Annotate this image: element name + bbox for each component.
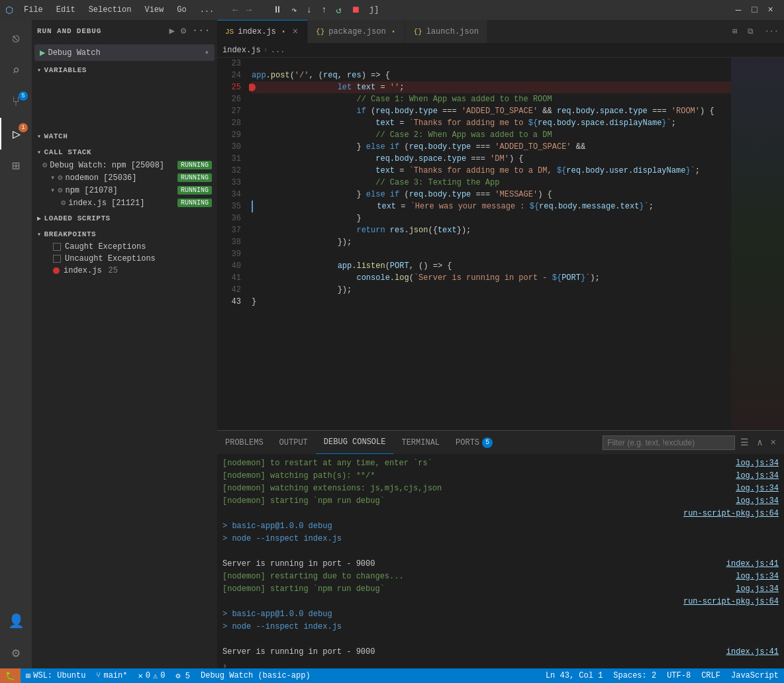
console-link-5[interactable]: run-script-pkg.js:64 xyxy=(683,508,779,520)
maximize-btn[interactable]: □ xyxy=(746,3,762,17)
breakpoints-title[interactable]: ▾ BREAKPOINTS xyxy=(32,228,217,241)
loaded-scripts-title[interactable]: ▶ LOADED SCRIPTS xyxy=(32,212,217,225)
error-count: 0 xyxy=(146,671,150,680)
breadcrumb-file[interactable]: index.js xyxy=(222,46,261,55)
callstack-npm[interactable]: ▾ ⚙ npm [21078] RUNNING xyxy=(32,184,217,197)
content-area: JS index.js · × {} package.json · {} lau… xyxy=(217,20,784,668)
panel-tab-ports[interactable]: PORTS 5 xyxy=(448,431,501,454)
editor-layout-btn[interactable]: ⊞ xyxy=(727,20,742,43)
gear-icon2: ⚙ xyxy=(42,160,47,170)
watch-section-title[interactable]: ▾ WATCH xyxy=(32,130,217,143)
warning-icon: ⚠ xyxy=(153,671,158,681)
nav-forward[interactable]: → xyxy=(244,3,254,17)
console-link-9[interactable]: index.js:41 xyxy=(726,558,779,570)
more-actions-btn[interactable]: ··· xyxy=(759,20,784,43)
status-errors[interactable]: ✕ 0 ⚠ 0 xyxy=(132,668,170,683)
debug-toolbar: ⏸ ↷ ↓ ↑ ↺ ⏹ j] xyxy=(265,3,384,17)
minimize-btn[interactable]: — xyxy=(730,3,746,17)
console-prompt[interactable]: › xyxy=(222,660,779,668)
menu-view[interactable]: View xyxy=(139,4,169,16)
step-into-icon[interactable]: ↓ xyxy=(304,3,315,17)
tab-close-btn[interactable]: × xyxy=(291,26,299,37)
panel-tab-problems[interactable]: PROBLEMS xyxy=(217,431,271,454)
console-link-16[interactable]: index.js:41 xyxy=(726,646,779,658)
callstack-nodemon[interactable]: ▾ ⚙ nodemon [25036] RUNNING xyxy=(32,171,217,184)
debug-selector[interactable]: ▶ Debug Watch ▾ xyxy=(34,44,215,61)
tab-launch[interactable]: {} launch.json xyxy=(405,20,487,43)
activity-explorer[interactable]: ⎋ xyxy=(0,23,32,54)
settings-icon[interactable]: ⚙ xyxy=(179,24,188,38)
status-debug-name[interactable]: Debug Watch (basic-app) xyxy=(195,668,316,683)
tab-indexjs[interactable]: JS index.js · × xyxy=(217,20,308,43)
menu-more[interactable]: ... xyxy=(195,4,220,16)
status-wsl[interactable]: ⊞ WSL: Ubuntu xyxy=(21,668,91,683)
panel-close-icon[interactable]: × xyxy=(768,436,779,449)
callstack-section-title[interactable]: ▾ CALL STACK xyxy=(32,146,217,159)
callstack-npm-name: ▾ ⚙ npm [21078] xyxy=(50,185,118,195)
breakpoint-uncaught[interactable]: Uncaught Exceptions xyxy=(32,253,217,265)
stop-icon[interactable]: ⏹ xyxy=(348,3,363,17)
console-link-4[interactable]: log.js:34 xyxy=(736,495,779,507)
status-debug-count[interactable]: ⚙ 5 xyxy=(170,668,195,683)
panel-tab-terminal[interactable]: TERMINAL xyxy=(393,431,448,454)
menu-edit[interactable]: Edit xyxy=(51,4,81,16)
status-encoding[interactable]: UTF-8 xyxy=(662,668,696,683)
position-label: Ln 43, Col 1 xyxy=(546,671,603,680)
split-editor-btn[interactable]: ⧉ xyxy=(742,20,759,43)
console-text-1: [nodemon] to restart at any time, enter … xyxy=(222,457,432,469)
variables-section-title[interactable]: ▾ VARIABLES xyxy=(32,64,217,77)
activity-source-control[interactable]: ⑂ 5 xyxy=(0,86,32,118)
console-link-2[interactable]: log.js:34 xyxy=(736,470,779,482)
status-spaces[interactable]: Spaces: 2 xyxy=(608,668,662,683)
callstack-indexjs[interactable]: ⚙ index.js [21121] RUNNING xyxy=(32,197,217,209)
activity-bar: ⎋ ⌕ ⑂ 5 ▷ 1 ⊞ 👤 ⚙ xyxy=(0,20,32,668)
status-language[interactable]: JavaScript xyxy=(726,668,784,683)
activity-account[interactable]: 👤 xyxy=(0,605,32,637)
activity-search[interactable]: ⌕ xyxy=(0,54,32,86)
panel-content[interactable]: [nodemon] to restart at any time, enter … xyxy=(217,454,784,668)
breadcrumb-more[interactable]: ... xyxy=(271,46,285,55)
panel-tab-output[interactable]: OUTPUT xyxy=(271,431,316,454)
more-icon[interactable]: ··· xyxy=(191,24,212,38)
nav-back[interactable]: ← xyxy=(230,3,240,17)
status-branch[interactable]: ⑂ main* xyxy=(91,668,132,683)
filter-list-icon[interactable]: ☰ xyxy=(738,435,752,449)
activity-settings[interactable]: ⚙ xyxy=(0,637,32,668)
close-btn[interactable]: × xyxy=(763,3,779,17)
panel-tab-debug-console[interactable]: DEBUG CONSOLE xyxy=(316,431,394,454)
menu-selection[interactable]: Selection xyxy=(83,4,137,16)
run-icon[interactable]: ▶ xyxy=(168,24,177,38)
panel-filter-input[interactable] xyxy=(603,435,735,450)
uncaught-checkbox[interactable] xyxy=(53,255,61,263)
console-link-11[interactable]: log.js:34 xyxy=(736,583,779,595)
tab-package[interactable]: {} package.json · xyxy=(308,20,405,43)
status-debug-item[interactable]: 🐛 xyxy=(0,668,21,683)
menu-file[interactable]: File xyxy=(19,4,48,16)
caught-checkbox[interactable] xyxy=(53,243,61,251)
status-line-ending[interactable]: CRLF xyxy=(696,668,726,683)
console-link-12[interactable]: run-script-pkg.js:64 xyxy=(683,596,779,608)
breakpoints-section: ▾ BREAKPOINTS Caught Exceptions Uncaught… xyxy=(32,228,217,277)
tab-launch-label: launch.json xyxy=(426,27,479,36)
breakpoint-indexjs-file[interactable]: index.js 25 xyxy=(32,265,217,277)
panel-collapse-icon[interactable]: ∧ xyxy=(754,435,765,449)
app-icon: ⬡ xyxy=(5,5,13,16)
callstack-main[interactable]: ⚙ Debug Watch: npm [25008] RUNNING xyxy=(32,159,217,171)
console-line-13: > basic-app@1.0.0 debug xyxy=(222,608,779,620)
console-line-15 xyxy=(222,633,779,645)
menu-go[interactable]: Go xyxy=(172,4,191,16)
console-link-3[interactable]: log.js:34 xyxy=(736,482,779,494)
status-position[interactable]: Ln 43, Col 1 xyxy=(540,668,608,683)
console-link-1[interactable]: log.js:34 xyxy=(736,457,779,469)
console-text-16: Server is running in port - 9000 xyxy=(222,646,375,658)
code-area[interactable]: app.post('/', (req, res) => { let text =… xyxy=(249,58,731,430)
console-link-10[interactable]: log.js:34 xyxy=(736,570,779,582)
step-over-icon[interactable]: ↷ xyxy=(289,3,299,17)
activity-extensions[interactable]: ⊞ xyxy=(0,150,32,181)
activity-debug[interactable]: ▷ 1 xyxy=(0,118,32,150)
breakpoint-caught[interactable]: Caught Exceptions xyxy=(32,241,217,253)
pause-icon[interactable]: ⏸ xyxy=(270,3,285,17)
restart-icon[interactable]: ↺ xyxy=(333,3,344,17)
chevron-down-icon2: ▾ xyxy=(37,148,42,156)
step-out-icon[interactable]: ↑ xyxy=(318,3,329,17)
